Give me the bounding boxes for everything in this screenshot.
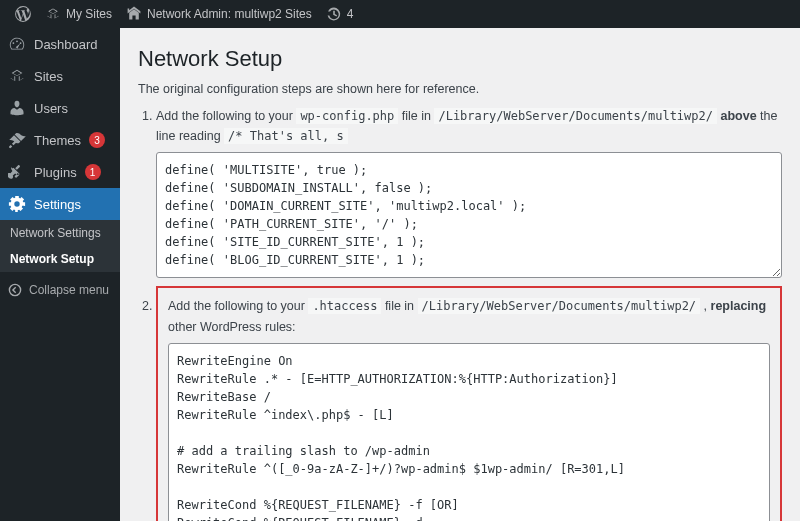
settings-submenu: Network Settings Network Setup bbox=[0, 220, 120, 272]
admin-plugins-icon bbox=[8, 163, 26, 181]
admin-multisite-icon bbox=[45, 6, 61, 22]
dashboard-icon bbox=[8, 35, 26, 53]
plugins-update-badge: 1 bbox=[85, 164, 101, 180]
network-admin-crumb[interactable]: Network Admin: multiwp2 Sites bbox=[119, 0, 319, 28]
submenu-network-settings[interactable]: Network Settings bbox=[0, 220, 120, 246]
wp-logo-menu[interactable] bbox=[8, 0, 38, 28]
admin-settings-icon bbox=[8, 195, 26, 213]
menu-themes[interactable]: Themes 3 bbox=[0, 124, 120, 156]
menu-plugins[interactable]: Plugins 1 bbox=[0, 156, 120, 188]
step-2: Add the following to your .htaccess file… bbox=[156, 286, 782, 521]
svg-point-0 bbox=[9, 284, 20, 295]
menu-dashboard-label: Dashboard bbox=[34, 37, 98, 52]
menu-dashboard[interactable]: Dashboard bbox=[0, 28, 120, 60]
htaccess-path: /Library/WebServer/Documents/multiwp2/ bbox=[418, 298, 701, 314]
admin-toolbar: My Sites Network Admin: multiwp2 Sites 4 bbox=[0, 0, 800, 28]
admin-users-icon bbox=[8, 99, 26, 117]
updates-menu[interactable]: 4 bbox=[319, 0, 361, 28]
menu-sites[interactable]: Sites bbox=[0, 60, 120, 92]
menu-settings-label: Settings bbox=[34, 197, 81, 212]
admin-menu: Dashboard Sites Users Themes 3 Plugins 1… bbox=[0, 28, 120, 521]
network-admin-label: Network Admin: multiwp2 Sites bbox=[147, 7, 312, 21]
menu-users[interactable]: Users bbox=[0, 92, 120, 124]
step-1: Add the following to your wp-config.php … bbox=[156, 106, 782, 278]
wp-config-code[interactable] bbox=[156, 152, 782, 278]
update-icon bbox=[326, 6, 342, 22]
admin-multisite-icon bbox=[8, 67, 26, 85]
menu-themes-label: Themes bbox=[34, 133, 81, 148]
wp-config-line: /* That's all, s bbox=[224, 128, 348, 144]
menu-plugins-label: Plugins bbox=[34, 165, 77, 180]
page-title: Network Setup bbox=[138, 46, 782, 72]
collapse-label: Collapse menu bbox=[29, 283, 109, 297]
admin-appearance-icon bbox=[8, 131, 26, 149]
submenu-network-setup[interactable]: Network Setup bbox=[0, 246, 120, 272]
collapse-icon bbox=[8, 283, 22, 297]
menu-sites-label: Sites bbox=[34, 69, 63, 84]
my-sites-menu[interactable]: My Sites bbox=[38, 0, 119, 28]
htaccess-code[interactable] bbox=[168, 343, 770, 521]
my-sites-label: My Sites bbox=[66, 7, 112, 21]
admin-home-icon bbox=[126, 6, 142, 22]
main-content: Network Setup The original configuration… bbox=[120, 28, 800, 521]
menu-users-label: Users bbox=[34, 101, 68, 116]
wordpress-logo-icon bbox=[15, 6, 31, 22]
htaccess-file: .htaccess bbox=[308, 298, 381, 314]
themes-update-badge: 3 bbox=[89, 132, 105, 148]
wp-config-path: /Library/WebServer/Documents/multiwp2/ bbox=[434, 108, 717, 124]
wp-config-file: wp-config.php bbox=[296, 108, 398, 124]
collapse-menu[interactable]: Collapse menu bbox=[0, 276, 120, 304]
updates-count: 4 bbox=[347, 7, 354, 21]
page-intro: The original configuration steps are sho… bbox=[138, 82, 782, 96]
setup-steps: Add the following to your wp-config.php … bbox=[156, 106, 782, 521]
menu-settings[interactable]: Settings bbox=[0, 188, 120, 220]
